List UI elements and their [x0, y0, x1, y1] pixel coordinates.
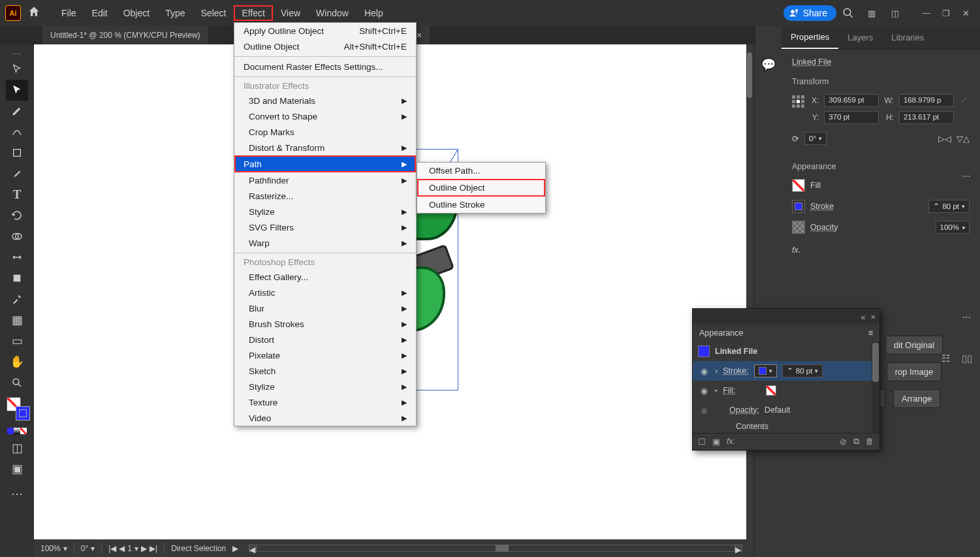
- menu-blur[interactable]: Blur▶: [234, 300, 416, 316]
- submenu-offset-path[interactable]: Offset Path...: [417, 163, 545, 179]
- scroll-right-button[interactable]: ▶: [735, 545, 742, 552]
- delete-icon[interactable]: 🗑: [866, 437, 874, 447]
- flip-v-icon[interactable]: ▽△: [956, 134, 970, 144]
- panel-handle[interactable]: ┅┅: [4, 51, 30, 56]
- scroll-left-button[interactable]: ◀: [249, 545, 257, 552]
- opacity-swatch[interactable]: [792, 221, 805, 234]
- align-icon[interactable]: ☷: [941, 353, 950, 364]
- distribute-icon[interactable]: ▯▯: [962, 353, 972, 364]
- search-icon[interactable]: [839, 4, 857, 22]
- no-fill-icon[interactable]: ☐: [698, 437, 706, 447]
- flip-h-icon[interactable]: ▷◁: [938, 134, 951, 144]
- appearance-fill-row[interactable]: ◉ › Fill:: [693, 381, 879, 400]
- direct-selection-tool[interactable]: [6, 80, 28, 101]
- menu-sketch[interactable]: Sketch▶: [234, 363, 416, 379]
- share-button[interactable]: Share: [783, 5, 836, 21]
- fill-color-select[interactable]: [766, 385, 776, 396]
- close-icon[interactable]: ×: [870, 312, 876, 322]
- menu-pathfinder[interactable]: Pathfinder▶: [234, 172, 416, 188]
- stroke-swatch[interactable]: [16, 406, 30, 421]
- menu-window[interactable]: Window: [308, 5, 356, 21]
- tab-libraries[interactable]: Libraries: [882, 26, 933, 49]
- arrange-docs-icon[interactable]: ▥: [862, 4, 881, 22]
- menu-last-effect[interactable]: Outline Object Alt+Shift+Ctrl+E: [234, 39, 416, 54]
- menu-apply-last[interactable]: Apply Outline Object Shift+Ctrl+E: [234, 23, 416, 39]
- menu-crop-marks[interactable]: Crop Marks: [234, 124, 416, 140]
- appearance-contents-row[interactable]: Contents: [693, 420, 879, 433]
- curvature-tool[interactable]: [6, 121, 28, 142]
- link-wh-icon[interactable]: ⟋: [959, 94, 970, 106]
- menu-edit[interactable]: Edit: [84, 5, 116, 21]
- visibility-toggle[interactable]: ◉: [698, 386, 710, 396]
- type-tool[interactable]: T: [6, 184, 28, 205]
- menu-stylize-ps[interactable]: Stylize▶: [234, 379, 416, 394]
- rectangle-tool[interactable]: [6, 142, 28, 163]
- artboard-nav[interactable]: |◀◀1▾▶▶|: [108, 544, 157, 553]
- w-input[interactable]: 168.9799 p: [899, 94, 954, 107]
- menu-distort-transform[interactable]: Distort & Transform▶: [234, 140, 416, 155]
- shape-builder-tool[interactable]: [6, 226, 28, 247]
- menu-view[interactable]: View: [273, 5, 308, 21]
- color-mode-icons[interactable]: [6, 424, 28, 438]
- opacity-label[interactable]: Opacity: [810, 223, 838, 232]
- appearance-stroke-row[interactable]: ◉ › Stroke: ▾ ⌃80 pt▾: [693, 361, 879, 381]
- comments-icon[interactable]: 💬: [759, 52, 778, 77]
- panel-menu-icon[interactable]: ≡: [868, 328, 873, 338]
- more-options-appearance[interactable]: ⋯: [960, 312, 973, 322]
- stroke-weight-select[interactable]: ⌃80 pt▾: [782, 364, 823, 377]
- gradient-tool[interactable]: ▦: [6, 310, 28, 330]
- stroke-label[interactable]: Stroke: [810, 202, 834, 211]
- fill-stroke-indicator[interactable]: [4, 397, 30, 422]
- visibility-toggle[interactable]: ◉: [698, 366, 710, 376]
- fill-label[interactable]: Fill:: [723, 386, 735, 395]
- rotate-input[interactable]: 0°▾: [804, 132, 827, 145]
- screen-mode-icon[interactable]: ▣: [6, 458, 28, 479]
- status-menu-icon[interactable]: ▶: [232, 544, 238, 553]
- fx-button[interactable]: fx.: [792, 246, 800, 255]
- h-input[interactable]: 213.617 pt: [899, 111, 954, 124]
- menu-rasterize[interactable]: Rasterize...: [234, 188, 416, 204]
- vertical-scrollbar[interactable]: [746, 44, 753, 539]
- rotate-tool[interactable]: [6, 205, 28, 226]
- menu-convert-shape[interactable]: Convert to Shape▶: [234, 108, 416, 124]
- stroke-label[interactable]: Stroke:: [723, 366, 749, 375]
- submenu-outline-object[interactable]: Outline Object: [417, 179, 545, 197]
- menu-effect[interactable]: Effect: [234, 5, 273, 21]
- menu-select[interactable]: Select: [193, 5, 234, 21]
- collapse-icon[interactable]: «: [861, 312, 865, 322]
- menu-texture[interactable]: Texture▶: [234, 394, 416, 410]
- submenu-outline-stroke[interactable]: Outline Stroke: [417, 197, 545, 213]
- menu-type[interactable]: Type: [157, 5, 193, 21]
- clear-icon[interactable]: ⊘: [840, 437, 847, 447]
- artboard-tool[interactable]: ▭: [6, 330, 28, 351]
- menu-object[interactable]: Object: [116, 5, 157, 21]
- menu-raster-settings[interactable]: Document Raster Effects Settings...: [234, 59, 416, 74]
- reference-point-icon[interactable]: [792, 95, 806, 110]
- close-button[interactable]: ✕: [956, 7, 975, 19]
- selection-tool[interactable]: [6, 59, 28, 80]
- appearance-tab[interactable]: Appearance: [699, 328, 743, 338]
- zoom-select[interactable]: 100%▾: [40, 544, 67, 553]
- expand-icon[interactable]: ›: [715, 366, 718, 375]
- stroke-color-select[interactable]: ▾: [754, 364, 777, 377]
- home-icon[interactable]: [27, 5, 40, 22]
- close-icon[interactable]: ×: [417, 30, 422, 40]
- appearance-target-row[interactable]: Linked File: [693, 342, 879, 361]
- menu-brush-strokes[interactable]: Brush Strokes▶: [234, 316, 416, 332]
- menu-video[interactable]: Video▶: [234, 410, 416, 426]
- menu-path[interactable]: Path▶: [234, 155, 416, 172]
- menu-effect-gallery[interactable]: Effect Gallery...: [234, 269, 416, 285]
- appearance-scrollbar[interactable]: [872, 342, 879, 433]
- opacity-input[interactable]: 100%▾: [936, 221, 970, 234]
- rotate-view-select[interactable]: 0°▾: [81, 544, 95, 553]
- tab-layers[interactable]: Layers: [838, 26, 882, 49]
- expand-icon[interactable]: ›: [712, 389, 721, 392]
- fill-swatch[interactable]: [792, 179, 805, 192]
- menu-artistic[interactable]: Artistic▶: [234, 285, 416, 300]
- thumb-icon[interactable]: ▣: [712, 437, 720, 447]
- more-options-transform[interactable]: ⋯: [960, 171, 973, 181]
- menu-3d[interactable]: 3D and Materials▶: [234, 93, 416, 108]
- visibility-toggle[interactable]: ◉: [698, 406, 710, 415]
- menu-stylize-ai[interactable]: Stylize▶: [234, 204, 416, 219]
- crop-image-button[interactable]: rop Image: [887, 362, 942, 381]
